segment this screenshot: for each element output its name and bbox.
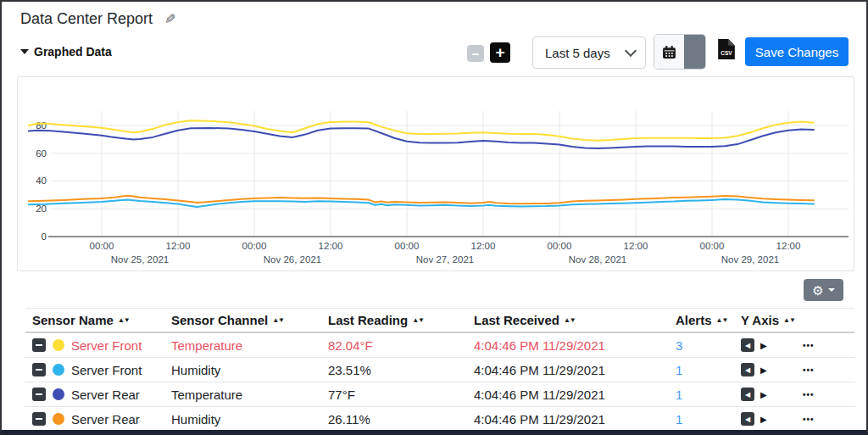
column-label: Y Axis — [741, 313, 779, 327]
collapse-series-button[interactable] — [32, 363, 46, 376]
sort-icon[interactable]: ▲▼ — [272, 316, 284, 324]
row-menu-button[interactable]: ••• — [803, 390, 815, 399]
minus-icon — [36, 344, 42, 346]
column-label: Alerts — [676, 313, 712, 327]
y-axis-right-button[interactable]: ▶ — [760, 365, 767, 375]
x-tick-label: 00:00 — [700, 241, 725, 251]
column-header-last-received[interactable]: Last Received ▲▼ — [474, 313, 676, 327]
sort-icon[interactable]: ▲▼ — [783, 316, 795, 324]
collapse-series-button[interactable] — [32, 338, 46, 352]
x-tick-label: 12:00 — [624, 241, 648, 251]
csv-icon-label: CSV — [721, 50, 732, 56]
y-axis-left-button[interactable]: ◀ — [741, 363, 754, 376]
graphed-data-toggle[interactable]: Graphed Data — [20, 45, 112, 59]
date-range-select[interactable]: Last 5 days — [532, 36, 646, 69]
y-tick-label: 20 — [36, 204, 47, 214]
x-date-label: Nov 28, 2021 — [569, 254, 626, 265]
table-row: Server RearTemperature77°F4:04:46 PM 11/… — [25, 382, 854, 407]
gear-icon: ⚙ — [812, 284, 823, 297]
alerts-link[interactable]: 1 — [676, 363, 682, 377]
edit-title-icon[interactable]: ✎ — [164, 11, 175, 27]
y-tick-label: 60 — [36, 148, 47, 159]
chart-panel: 00:0012:0000:0012:0000:0012:0000:0012:00… — [17, 76, 854, 271]
column-label: Sensor Name — [32, 313, 114, 327]
last-reading-cell: 82.04°F — [328, 338, 373, 353]
sensor-channel-cell: Temperature — [171, 338, 242, 353]
table-row: Server RearHumidity26.11%4:04:46 PM 11/2… — [25, 407, 854, 432]
last-reading-cell: 23.51% — [328, 363, 371, 377]
y-axis-left-button[interactable]: ◀ — [741, 338, 754, 352]
x-tick-label: 12:00 — [776, 241, 801, 251]
column-label: Sensor Channel — [171, 313, 268, 327]
line-chart: 00:0012:0000:0012:0000:0012:0000:0012:00… — [18, 77, 854, 270]
minus-icon — [36, 418, 42, 420]
column-header-sensor-name[interactable]: Sensor Name ▲▼ — [25, 313, 171, 327]
y-axis-right-button[interactable]: ▶ — [760, 390, 767, 399]
sensor-name-cell: Server Front — [71, 338, 142, 353]
sensor-name-cell: Server Front — [71, 363, 142, 377]
table-settings-button[interactable]: ⚙ — [804, 279, 843, 301]
caret-down-icon — [20, 49, 29, 54]
x-tick-label: 00:00 — [90, 241, 114, 251]
alerts-link[interactable]: 1 — [676, 412, 682, 427]
sort-icon[interactable]: ▲▼ — [564, 316, 576, 324]
row-menu-button[interactable]: ••• — [803, 341, 815, 350]
last-received-cell: 4:04:46 PM 11/29/2021 — [474, 412, 605, 427]
collapse-series-button[interactable] — [32, 412, 46, 426]
y-tick-label: 40 — [36, 176, 47, 186]
minus-icon: − — [472, 47, 480, 61]
row-menu-button[interactable]: ••• — [803, 365, 815, 375]
y-tick-label: 80 — [36, 120, 47, 131]
y-axis-left-button[interactable]: ◀ — [741, 412, 754, 426]
last-received-cell: 4:04:46 PM 11/29/2021 — [474, 338, 605, 353]
save-changes-button[interactable]: Save Changes — [745, 37, 849, 66]
section-label: Graphed Data — [34, 45, 112, 59]
y-tick-label: 0 — [42, 231, 47, 242]
series-color-dot — [53, 364, 64, 376]
table-header-row: Sensor Name ▲▼ Sensor Channel ▲▼ Last Re… — [25, 308, 854, 333]
column-label: Last Reading — [328, 313, 408, 327]
x-date-label: Nov 29, 2021 — [721, 254, 779, 265]
calendar-button[interactable] — [654, 34, 706, 70]
sensor-name-cell: Server Rear — [71, 388, 140, 402]
alerts-link[interactable]: 1 — [676, 388, 682, 402]
sort-icon[interactable]: ▲▼ — [412, 316, 424, 324]
table-row: Server FrontTemperature82.04°F4:04:46 PM… — [25, 333, 854, 358]
zoom-out-button[interactable]: − — [467, 45, 484, 62]
y-axis-right-button[interactable]: ▶ — [760, 341, 767, 350]
page-header: Data Center Report ✎ — [20, 10, 175, 28]
x-tick-label: 12:00 — [166, 241, 191, 251]
export-csv-button[interactable]: CSV — [718, 39, 735, 63]
column-header-y-axis[interactable]: Y Axis ▲▼ — [741, 313, 803, 327]
x-tick-label: 00:00 — [242, 241, 267, 251]
sensor-name-cell: Server Rear — [71, 412, 140, 427]
sensor-channel-cell: Temperature — [171, 388, 242, 402]
y-axis-right-button[interactable]: ▶ — [760, 415, 767, 424]
row-menu-button[interactable]: ••• — [803, 415, 815, 424]
zoom-in-button[interactable]: + — [490, 42, 510, 63]
calendar-split-handle[interactable] — [684, 35, 705, 69]
column-label: Last Received — [474, 313, 559, 327]
x-tick-label: 00:00 — [548, 241, 572, 251]
x-tick-label: 12:00 — [471, 241, 496, 251]
x-date-label: Nov 27, 2021 — [416, 254, 474, 265]
column-header-sensor-channel[interactable]: Sensor Channel ▲▼ — [171, 313, 328, 327]
data-center-report-page: Data Center Report ✎ Graphed Data − + La… — [0, 0, 868, 435]
minus-icon — [36, 393, 42, 395]
x-tick-label: 00:00 — [395, 241, 420, 251]
sort-icon[interactable]: ▲▼ — [118, 316, 130, 324]
chevron-down-icon — [625, 45, 637, 57]
last-reading-cell: 77°F — [328, 388, 355, 402]
y-axis-left-button[interactable]: ◀ — [741, 388, 754, 401]
csv-file-icon: CSV — [718, 39, 735, 59]
x-date-label: Nov 25, 2021 — [111, 254, 169, 265]
last-received-cell: 4:04:46 PM 11/29/2021 — [474, 363, 605, 377]
sort-icon[interactable]: ▲▼ — [716, 316, 728, 324]
last-received-cell: 4:04:46 PM 11/29/2021 — [474, 388, 605, 402]
column-header-alerts[interactable]: Alerts ▲▼ — [676, 313, 741, 327]
page-title: Data Center Report — [20, 10, 153, 28]
collapse-series-button[interactable] — [32, 388, 46, 401]
column-header-last-reading[interactable]: Last Reading ▲▼ — [328, 313, 474, 327]
alerts-link[interactable]: 3 — [676, 338, 682, 353]
calendar-icon — [654, 35, 684, 69]
